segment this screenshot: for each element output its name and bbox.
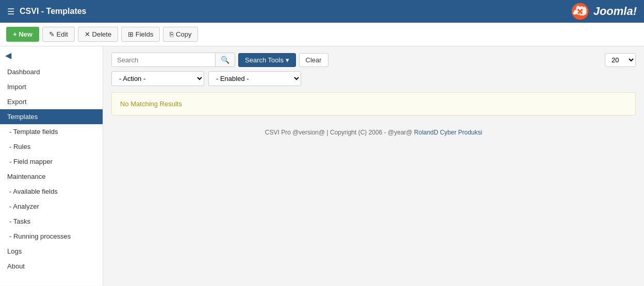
joomla-text: Joomla! [593,5,637,18]
new-button[interactable]: + New [6,27,39,42]
search-input[interactable] [112,54,215,66]
sidebar-toggle[interactable]: ◀ [0,46,103,64]
sidebar-item-export[interactable]: Export [0,94,103,109]
sidebar-item-running-processes[interactable]: - Running processes [0,229,103,244]
sidebar-item-logs[interactable]: Logs [0,244,103,259]
joomla-logo: Joomla! [571,2,637,21]
action-filter[interactable]: - Action - [111,71,204,86]
clear-button[interactable]: Clear [299,53,328,67]
sidebar-item-import[interactable]: Import [0,79,103,94]
sidebar-item-templates[interactable]: Templates [0,109,103,124]
per-page-wrap: 5101520253050100All [605,53,636,67]
menu-icon[interactable]: ☰ [7,7,14,16]
content-area: 🔍 Search Tools ▾ Clear 5101520253050100A… [103,46,644,285]
top-bar: ☰ CSVI - Templates Joomla! [0,0,644,23]
fields-button[interactable]: ⊞ Fields [121,27,160,42]
delete-button[interactable]: ✕ Delete [78,27,118,42]
joomla-icon [571,2,589,21]
sidebar-item-field-mapper[interactable]: - Field mapper [0,154,103,169]
enabled-filter[interactable]: - Enabled - [208,71,301,86]
footer: CSVI Pro @version@ | Copyright (C) 2006 … [111,124,636,141]
sidebar-item-maintenance[interactable]: Maintenance [0,169,103,184]
no-results-message: No Matching Results [111,92,636,115]
sidebar-item-analyzer[interactable]: - Analyzer [0,199,103,214]
per-page-select[interactable]: 5101520253050100All [605,53,636,67]
sidebar-item-tasks[interactable]: - Tasks [0,214,103,229]
toolbar: + New ✎ Edit ✕ Delete ⊞ Fields ⎘ Copy [0,23,644,46]
main-layout: ◀ DashboardImportExportTemplates- Templa… [0,46,644,285]
search-submit-button[interactable]: 🔍 [215,53,235,66]
page-title: CSVI - Templates [20,7,571,16]
sidebar-item-template-fields[interactable]: - Template fields [0,124,103,139]
filter-row: - Action - - Enabled - [111,71,636,86]
footer-link[interactable]: RolandD Cyber Produksi [414,129,482,136]
footer-pre: CSVI Pro @version@ | Copyright (C) 2006 … [265,129,412,136]
sidebar-item-rules[interactable]: - Rules [0,139,103,154]
search-input-wrap: 🔍 [111,53,235,67]
sidebar-item-about[interactable]: About [0,259,103,274]
edit-button[interactable]: ✎ Edit [42,27,75,42]
sidebar-item-dashboard[interactable]: Dashboard [0,64,103,79]
copy-button[interactable]: ⎘ Copy [163,27,198,42]
sidebar: ◀ DashboardImportExportTemplates- Templa… [0,46,103,285]
sidebar-item-available-fields[interactable]: - Available fields [0,184,103,199]
search-bar: 🔍 Search Tools ▾ Clear 5101520253050100A… [111,53,636,67]
search-tools-button[interactable]: Search Tools ▾ [238,53,296,67]
